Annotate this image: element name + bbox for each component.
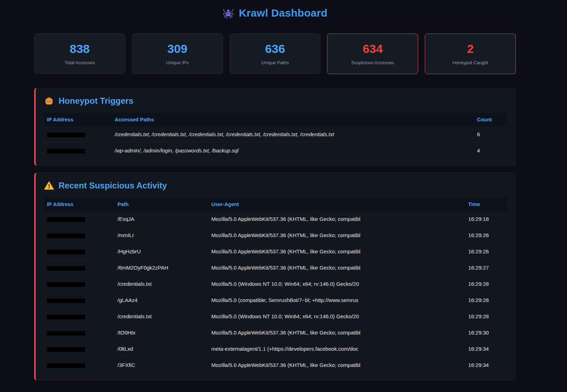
- path-cell: /0ltLxd: [115, 341, 209, 357]
- path-cell: /credentials.txt: [115, 276, 209, 292]
- ip-address-cell: [44, 227, 115, 243]
- user-agent-cell: Mozilla/5.0 (Windows NT 10.0; Win64; x64…: [209, 276, 465, 292]
- path-cell: /6mM2OyF0gk2zPAH: [115, 260, 209, 276]
- suspicious-table-row: /credentials.txt Mozilla/5.0 (Windows NT…: [44, 308, 507, 325]
- path-cell: /gLAAz4: [115, 292, 209, 308]
- ip-address-cell: [44, 243, 115, 260]
- suspicious-table-row: /3FXfiC Mozilla/5.0 AppleWebKit/537.36 (…: [44, 357, 507, 373]
- suspicious-section-title: Recent Suspicious Activity: [59, 181, 167, 191]
- redacted-ip: [47, 133, 85, 137]
- redacted-ip: [47, 217, 85, 222]
- stat-value: 309: [135, 42, 220, 56]
- stat-label: Honeypot Caught: [428, 60, 513, 65]
- stat-card: 634 Suspicious Accesses: [327, 34, 418, 74]
- suspicious-table-row: /credentials.txt Mozilla/5.0 (Windows NT…: [44, 276, 507, 292]
- honeypot-icon: [44, 96, 54, 106]
- stat-card: 636 Unique Paths: [230, 34, 321, 74]
- column-header-ip-address: IP Address: [44, 113, 112, 126]
- time-cell: 16:29:26: [465, 227, 507, 243]
- column-header-ip-address: IP Address: [44, 198, 115, 211]
- user-agent-cell: Mozilla/5.0 (compatible; SemrushBot/7~bl…: [209, 292, 465, 308]
- redacted-ip: [47, 347, 85, 352]
- honeypot-table-header-row: IP Address Accessed Paths Count: [44, 113, 507, 126]
- ip-address-cell: [44, 126, 112, 143]
- suspicious-table: IP Address Path User-Agent Time /EsqJA M…: [44, 198, 507, 373]
- krawl-dashboard-page: Krawl Dashboard 838 Total Accesses 309 U…: [34, 0, 516, 380]
- ip-address-cell: [44, 211, 115, 227]
- column-header-path: Path: [115, 198, 209, 211]
- path-cell: /EsqJA: [115, 211, 209, 227]
- time-cell: 16:29:18: [465, 211, 507, 227]
- suspicious-table-row: /6mM2OyF0gk2zPAH Mozilla/5.0 AppleWebKit…: [44, 260, 507, 276]
- stat-label: Unique IPs: [135, 60, 220, 65]
- suspicious-table-row: /gLAAz4 Mozilla/5.0 (compatible; Semrush…: [44, 292, 507, 308]
- stat-label: Unique Paths: [233, 60, 318, 65]
- column-header-count: Count: [474, 113, 507, 126]
- suspicious-table-row: /HgHzbrU Mozilla/5.0 AppleWebKit/537.36 …: [44, 243, 507, 260]
- user-agent-cell: Mozilla/5.0 AppleWebKit/537.36 (KHTML, l…: [209, 260, 465, 276]
- stat-label: Total Accesses: [37, 60, 122, 65]
- suspicious-table-row: /mmILr Mozilla/5.0 AppleWebKit/537.36 (K…: [44, 227, 507, 243]
- column-header-user-agent: User-Agent: [209, 198, 465, 211]
- user-agent-cell: Mozilla/5.0 AppleWebKit/537.36 (KHTML, l…: [209, 211, 465, 227]
- stat-value: 2: [428, 42, 513, 56]
- redacted-ip: [47, 149, 85, 153]
- recent-suspicious-activity-section: Recent Suspicious Activity IP Address Pa…: [34, 173, 516, 380]
- honeypot-triggers-section: Honeypot Triggers IP Address Accessed Pa…: [34, 88, 516, 166]
- column-header-time: Time: [465, 198, 507, 211]
- honeypot-table-row: /credentials.txt, /credentials.txt, /cre…: [44, 126, 507, 143]
- stat-card: 309 Unique IPs: [132, 34, 223, 74]
- redacted-ip: [47, 315, 85, 319]
- column-header-accessed-paths: Accessed Paths: [112, 113, 474, 126]
- redacted-ip: [47, 234, 85, 238]
- page-title: Krawl Dashboard: [239, 7, 327, 19]
- redacted-ip: [47, 331, 85, 336]
- stat-value: 838: [37, 42, 122, 56]
- path-cell: /3FXfiC: [115, 357, 209, 373]
- redacted-ip: [47, 250, 85, 254]
- suspicious-table-header-row: IP Address Path User-Agent Time: [44, 198, 507, 211]
- stat-card: 838 Total Accesses: [34, 34, 125, 74]
- honeypot-section-heading: Honeypot Triggers: [44, 96, 507, 106]
- time-cell: 16:29:34: [465, 341, 507, 357]
- time-cell: 16:29:26: [465, 243, 507, 260]
- time-cell: 16:29:30: [465, 325, 507, 341]
- count-cell: 4: [474, 143, 507, 159]
- ip-address-cell: [44, 357, 115, 373]
- path-cell: /mmILr: [115, 227, 209, 243]
- user-agent-cell: Mozilla/5.0 AppleWebKit/537.36 (KHTML, l…: [209, 357, 465, 373]
- user-agent-cell: Mozilla/5.0 AppleWebKit/537.36 (KHTML, l…: [209, 325, 465, 341]
- time-cell: 16:29:28: [465, 292, 507, 308]
- spider-icon: [223, 7, 234, 19]
- stat-value: 636: [233, 42, 318, 56]
- time-cell: 16:29:27: [465, 260, 507, 276]
- user-agent-cell: meta-externalagent/1.1 (+https://develop…: [209, 341, 465, 357]
- ip-address-cell: [44, 276, 115, 292]
- time-cell: 16:29:34: [465, 357, 507, 373]
- time-cell: 16:29:28: [465, 276, 507, 292]
- suspicious-section-heading: Recent Suspicious Activity: [44, 181, 507, 191]
- stats-row: 838 Total Accesses 309 Unique IPs 636 Un…: [34, 34, 516, 74]
- time-cell: 16:29:28: [465, 308, 507, 325]
- path-cell: /credentials.txt: [115, 308, 209, 325]
- ip-address-cell: [44, 308, 115, 325]
- count-cell: 6: [474, 126, 507, 143]
- page-header: Krawl Dashboard: [34, 5, 516, 21]
- honeypot-section-title: Honeypot Triggers: [59, 96, 133, 106]
- user-agent-cell: Mozilla/5.0 AppleWebKit/537.36 (KHTML, l…: [209, 227, 465, 243]
- path-cell: /tO0Htx: [115, 325, 209, 341]
- path-cell: /HgHzbrU: [115, 243, 209, 260]
- stat-card: 2 Honeypot Caught: [425, 34, 516, 74]
- redacted-ip: [47, 363, 85, 368]
- stat-value: 634: [330, 42, 415, 56]
- honeypot-table: IP Address Accessed Paths Count /credent…: [44, 113, 507, 158]
- user-agent-cell: Mozilla/5.0 AppleWebKit/537.36 (KHTML, l…: [209, 243, 465, 260]
- user-agent-cell: Mozilla/5.0 (Windows NT 10.0; Win64; x64…: [209, 308, 465, 325]
- stat-label: Suspicious Accesses: [330, 60, 415, 65]
- warning-icon: [44, 181, 54, 191]
- redacted-ip: [47, 282, 85, 287]
- ip-address-cell: [44, 292, 115, 308]
- accessed-paths-cell: /wp-admin/, /admin/login, /passwords.txt…: [112, 143, 474, 159]
- suspicious-table-row: /EsqJA Mozilla/5.0 AppleWebKit/537.36 (K…: [44, 211, 507, 227]
- suspicious-table-row: /0ltLxd meta-externalagent/1.1 (+https:/…: [44, 341, 507, 357]
